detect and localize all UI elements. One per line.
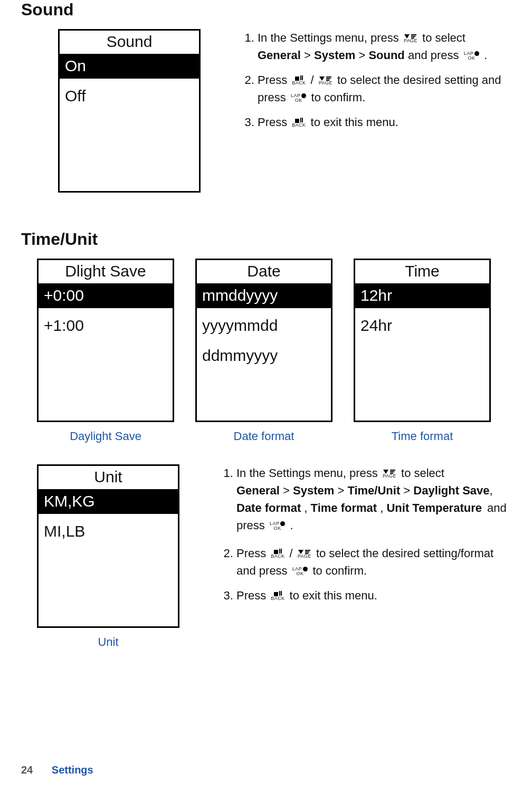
caption-dateformat: Date format bbox=[234, 430, 294, 443]
instructions-sound: In the Settings menu, press PAGE to sele… bbox=[243, 29, 511, 138]
option-on[interactable]: On bbox=[60, 54, 199, 79]
screen-title-time: Time bbox=[355, 260, 489, 283]
page-down-icon: PAGE bbox=[319, 77, 332, 85]
option-off[interactable]: Off bbox=[60, 84, 199, 109]
option-unit-milb[interactable]: MI,LB bbox=[39, 519, 178, 544]
footer-section: Settings bbox=[52, 764, 93, 776]
sound-step-3: Press BACK to exit this menu. bbox=[258, 113, 511, 131]
sound-step-1: In the Settings menu, press PAGE to sele… bbox=[258, 29, 511, 64]
lap-ok-icon: LAP OK bbox=[291, 93, 307, 103]
screen-title-dlight: Dlight Save bbox=[39, 260, 173, 283]
option-date-ymd[interactable]: yyyymmdd bbox=[197, 313, 331, 338]
device-unit: Unit KM,KG MI,LB bbox=[37, 464, 179, 628]
screen-title-unit: Unit bbox=[39, 466, 178, 489]
option-date-mdy[interactable]: mmddyyyy bbox=[197, 283, 331, 308]
option-dlight-1[interactable]: +1:00 bbox=[39, 313, 173, 338]
option-time-12[interactable]: 12hr bbox=[355, 283, 489, 308]
caption-timeformat: Time format bbox=[392, 430, 453, 443]
lap-ok-icon: LAP OK bbox=[292, 567, 308, 576]
screen-title-sound: Sound bbox=[60, 31, 199, 54]
caption-daylight: Daylight Save bbox=[70, 430, 141, 443]
device-date: Date mmddyyyy yyyymmdd ddmmyyyy bbox=[195, 259, 332, 422]
page-down-icon: PAGE bbox=[383, 470, 396, 479]
device-time: Time 12hr 24hr bbox=[354, 259, 491, 422]
page-down-icon: PAGE bbox=[298, 550, 311, 559]
back-icon: BACK bbox=[292, 118, 306, 128]
section-heading-sound: Sound bbox=[21, 0, 511, 20]
timeunit-step-3: Press BACK to exit this menu. bbox=[236, 587, 511, 604]
option-date-dmy[interactable]: ddmmyyyy bbox=[197, 343, 331, 368]
screen-title-date: Date bbox=[197, 260, 331, 283]
instructions-timeunit: In the Settings menu, press PAGE to sele… bbox=[222, 464, 511, 612]
device-dlight: Dlight Save +0:00 +1:00 bbox=[37, 259, 174, 422]
option-time-24[interactable]: 24hr bbox=[355, 313, 489, 338]
option-unit-kmkg[interactable]: KM,KG bbox=[39, 489, 178, 514]
lap-ok-icon: LAP OK bbox=[464, 51, 480, 61]
device-sound: Sound On Off bbox=[58, 29, 201, 193]
sound-step-2: Press BACK / PAGE to select the desired … bbox=[258, 71, 511, 106]
back-icon: BACK bbox=[271, 591, 284, 601]
lap-ok-icon: LAP OK bbox=[270, 521, 286, 531]
back-icon: BACK bbox=[271, 549, 284, 559]
page-number: 24 bbox=[21, 764, 33, 776]
timeunit-step-1: In the Settings menu, press PAGE to sele… bbox=[236, 464, 511, 534]
page-down-icon: PAGE bbox=[404, 34, 417, 43]
back-icon: BACK bbox=[292, 76, 306, 85]
caption-unit: Unit bbox=[98, 635, 118, 649]
page-footer: 24 Settings bbox=[21, 764, 93, 776]
section-heading-timeunit: Time/Unit bbox=[21, 230, 511, 249]
option-dlight-0[interactable]: +0:00 bbox=[39, 283, 173, 308]
timeunit-step-2: Press BACK / PAGE to select the desired … bbox=[236, 545, 511, 579]
